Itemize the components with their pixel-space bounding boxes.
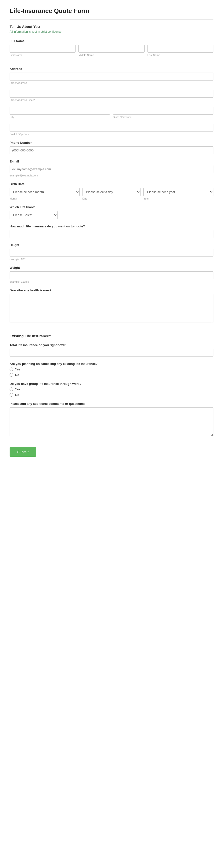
street-address2-sublabel: Street Address Line 2 xyxy=(10,98,213,101)
group-yes-option[interactable]: Yes xyxy=(10,388,213,391)
height-input[interactable] xyxy=(10,249,213,257)
comments-textarea[interactable] xyxy=(10,407,213,436)
address-label: Address xyxy=(10,67,213,71)
birth-year-select[interactable]: Please select a year 2026202520242023202… xyxy=(143,188,213,196)
life-plan-select[interactable]: Please Select Term Life Whole Life Unive… xyxy=(10,211,58,219)
group-yes-radio[interactable] xyxy=(10,388,13,391)
birth-date-label: Birth Date xyxy=(10,182,213,186)
health-textarea[interactable] xyxy=(10,294,213,323)
phone-label: Phone Number xyxy=(10,141,213,145)
height-label: Height xyxy=(10,243,213,247)
last-name-sublabel: Last Name xyxy=(147,54,213,57)
birth-day-group: Please select a day 12345678910111213141… xyxy=(82,188,141,200)
birth-month-sublabel: Month xyxy=(10,197,80,200)
cancel-yes-label: Yes xyxy=(15,368,20,371)
birth-year-sublabel: Year xyxy=(143,197,213,200)
group-yes-label: Yes xyxy=(15,388,20,391)
cancel-radio-group: Yes No xyxy=(10,368,213,377)
cancel-group: Are you planning on cancelling any exist… xyxy=(10,362,213,377)
birth-day-sublabel: Day xyxy=(82,197,141,200)
height-group: Height example: 6'1" xyxy=(10,243,213,260)
insurance-amount-input[interactable] xyxy=(10,230,213,238)
cancel-no-option[interactable]: No xyxy=(10,373,213,377)
weight-input[interactable] xyxy=(10,271,213,279)
group-insurance-label: Do you have group life insurance through… xyxy=(10,382,213,385)
street-address2-group: Street Address Line 2 xyxy=(10,90,213,101)
group-no-radio[interactable] xyxy=(10,393,13,397)
birth-date-group: Birth Date Please select a month January… xyxy=(10,182,213,200)
first-name-input[interactable] xyxy=(10,45,76,53)
life-plan-group: Which Life Plan? Please Select Term Life… xyxy=(10,205,213,219)
phone-group: Phone Number xyxy=(10,141,213,154)
weight-label: Weight xyxy=(10,266,213,270)
cancel-yes-radio[interactable] xyxy=(10,368,13,371)
health-label: Describe any health issues? xyxy=(10,288,213,292)
divider-middle xyxy=(10,329,213,329)
group-insurance-group: Do you have group life insurance through… xyxy=(10,382,213,397)
zip-input[interactable] xyxy=(10,124,213,132)
state-input[interactable] xyxy=(113,107,213,115)
birth-month-select[interactable]: Please select a month January February M… xyxy=(10,188,80,196)
cancel-no-radio[interactable] xyxy=(10,373,13,377)
state-group: State / Province xyxy=(113,107,213,119)
zip-group: Postal / Zip Code xyxy=(10,124,213,135)
full-name-label: Full Name xyxy=(10,39,213,43)
life-plan-label: Which Life Plan? xyxy=(10,205,213,209)
phone-input[interactable] xyxy=(10,146,213,154)
address-group: Address Street Address Street Address Li… xyxy=(10,67,213,135)
cancel-yes-option[interactable]: Yes xyxy=(10,368,213,371)
full-name-group: Full Name First Name Middle Name Last Na… xyxy=(10,39,213,62)
email-label: E-mail xyxy=(10,160,213,163)
birth-day-select[interactable]: Please select a day 12345678910111213141… xyxy=(82,188,141,196)
group-radio-group: Yes No xyxy=(10,388,213,397)
cancel-label: Are you planning on cancelling any exist… xyxy=(10,362,213,366)
city-sublabel: City xyxy=(10,116,110,119)
zip-sublabel: Postal / Zip Code xyxy=(10,133,213,135)
street-address-group: Street Address xyxy=(10,72,213,84)
city-state-row: City State / Province xyxy=(10,107,213,124)
group-no-option[interactable]: No xyxy=(10,393,213,397)
total-insurance-group: Total life insurance on you right now? xyxy=(10,343,213,357)
street-address-input[interactable] xyxy=(10,72,213,81)
city-group: City xyxy=(10,107,110,119)
comments-label: Please add any additional comments or qu… xyxy=(10,402,213,405)
middle-name-sublabel: Middle Name xyxy=(78,54,144,57)
cancel-no-label: No xyxy=(15,373,19,377)
height-hint: example: 6'1" xyxy=(10,258,213,260)
full-name-row: First Name Middle Name Last Name xyxy=(10,45,213,62)
birth-year-group: Please select a year 2026202520242023202… xyxy=(143,188,213,200)
middle-name-input[interactable] xyxy=(78,45,144,53)
birth-date-row: Please select a month January February M… xyxy=(10,188,213,200)
health-group: Describe any health issues? xyxy=(10,288,213,323)
section2-title: Existing Life Insurance? xyxy=(10,334,213,338)
weight-group: Weight example: 110lbs xyxy=(10,266,213,283)
insurance-amount-group: How much life insurance do you want us t… xyxy=(10,224,213,238)
insurance-amount-label: How much life insurance do you want us t… xyxy=(10,224,213,228)
section1-subtitle: All information is kept in strict confid… xyxy=(10,30,213,33)
state-sublabel: State / Province xyxy=(113,116,213,119)
total-insurance-input[interactable] xyxy=(10,349,213,357)
email-input[interactable] xyxy=(10,165,213,173)
last-name-input[interactable] xyxy=(147,45,213,53)
section1-title: Tell Us About You xyxy=(10,25,213,29)
street-address-sublabel: Street Address xyxy=(10,82,213,84)
city-input[interactable] xyxy=(10,107,110,115)
group-no-label: No xyxy=(15,393,19,397)
weight-hint: example: 110lbs xyxy=(10,280,213,283)
middle-name-group: Middle Name xyxy=(78,45,144,57)
email-hint: example@example.com xyxy=(10,174,213,177)
page-title: Life-Insurance Quote Form xyxy=(10,7,213,15)
last-name-group: Last Name xyxy=(147,45,213,57)
first-name-sublabel: First Name xyxy=(10,54,76,57)
email-group: E-mail example@example.com xyxy=(10,160,213,177)
total-insurance-label: Total life insurance on you right now? xyxy=(10,343,213,347)
street-address2-input[interactable] xyxy=(10,90,213,98)
submit-button[interactable]: Submit xyxy=(10,447,36,457)
comments-group: Please add any additional comments or qu… xyxy=(10,402,213,437)
first-name-group: First Name xyxy=(10,45,76,57)
birth-month-group: Please select a month January February M… xyxy=(10,188,80,200)
